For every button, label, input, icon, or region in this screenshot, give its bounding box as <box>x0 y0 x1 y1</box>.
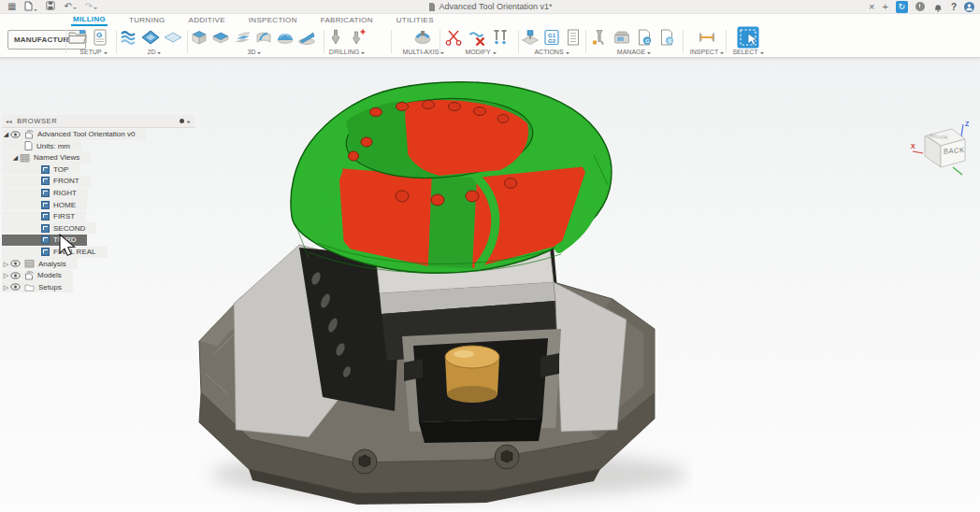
notifications-bell-icon[interactable] <box>932 1 944 13</box>
named-view-top[interactable]: TOP <box>2 164 79 175</box>
model-3d[interactable] <box>168 65 692 512</box>
collapse-panel-icon[interactable]: ◂◂ <box>6 118 12 124</box>
undo-button[interactable]: ↶ <box>64 2 76 11</box>
tab-fabrication[interactable]: FABRICATION <box>319 14 375 26</box>
axis-z-label: Z <box>965 121 970 127</box>
browser-item-named-views[interactable]: ◢ Named Views <box>2 152 91 164</box>
2d-adaptive-button[interactable] <box>118 27 138 48</box>
profile-avatar-icon[interactable] <box>964 2 974 12</box>
stock-part[interactable] <box>291 82 612 274</box>
expander-icon[interactable]: ▷ <box>2 272 10 278</box>
trim-button[interactable] <box>443 27 464 48</box>
job-status-icon[interactable] <box>915 2 925 11</box>
view-cube[interactable]: Z X BACK BOTTOM <box>910 117 977 178</box>
group-label-actions[interactable]: ACTIONS <box>520 49 584 55</box>
face-button[interactable] <box>163 27 183 48</box>
machine-library-icon <box>612 27 632 48</box>
morphed-spiral-button[interactable] <box>275 27 295 48</box>
named-view-final-real[interactable]: FINAL REAL <box>2 247 108 258</box>
sync-status-icon[interactable]: ↻ <box>896 1 908 13</box>
close-document-icon[interactable]: × <box>869 2 874 12</box>
browser-item-setups[interactable]: ▷ Setups <box>2 281 73 292</box>
expander-icon[interactable]: ▷ <box>2 284 10 291</box>
eye-icon[interactable] <box>10 131 21 138</box>
select-button[interactable] <box>736 25 760 50</box>
group-separator <box>116 30 117 53</box>
named-view-right[interactable]: RIGHT <box>2 188 88 199</box>
named-view-first[interactable]: FIRST <box>2 211 86 222</box>
3d-pocket-button[interactable] <box>210 27 231 48</box>
2d-pocket-button[interactable] <box>140 27 161 48</box>
viewport-canvas[interactable]: Z X BACK BOTTOM ◂◂ BROWSER ▸ ◢ <box>0 57 980 512</box>
group-separator <box>726 30 727 53</box>
setup-sheet-icon <box>563 27 584 48</box>
browser-header[interactable]: ◂◂ BROWSER ▸ <box>2 115 195 128</box>
named-view-second[interactable]: SECOND <box>2 222 96 234</box>
browser-item-analysis[interactable]: ▷ Analysis <box>2 258 78 269</box>
edit-passes-button[interactable] <box>490 27 511 48</box>
redo-button[interactable]: ↷ <box>85 2 97 11</box>
data-panel-grid-icon[interactable]: ▦ <box>7 2 16 11</box>
group-label-drilling[interactable]: DRILLING <box>325 49 368 55</box>
3d-ramp-icon <box>296 27 317 48</box>
save-button[interactable] <box>46 1 55 12</box>
view-cube-body[interactable]: BACK BOTTOM <box>925 129 965 167</box>
browser-item-units[interactable]: Units: mm <box>2 140 81 151</box>
multi-axis-button[interactable] <box>412 27 433 48</box>
3d-steep-shallow-button[interactable] <box>232 27 252 48</box>
save-icon <box>46 1 55 10</box>
nc-program-button[interactable]: G <box>90 27 110 48</box>
expander-icon[interactable]: ▷ <box>2 261 10 267</box>
eye-icon[interactable] <box>10 260 21 267</box>
group-select: SELECT <box>729 27 767 56</box>
named-view-home[interactable]: HOME <box>2 199 87 210</box>
group-label-modify[interactable]: MODIFY <box>443 49 518 55</box>
group-label-inspect[interactable]: INSPECT <box>686 49 728 55</box>
brass-screw[interactable] <box>445 346 499 403</box>
eye-icon[interactable] <box>10 283 21 291</box>
chevron-down-icon <box>493 52 497 56</box>
template-library-button[interactable]: S <box>656 27 677 48</box>
group-label-select[interactable]: SELECT <box>729 49 767 55</box>
browser-item-root[interactable]: ◢ Advanced Tool Orientation v0 <box>2 129 146 140</box>
machine-library-button[interactable] <box>612 27 632 48</box>
eye-icon[interactable] <box>10 272 21 279</box>
group-label-manage[interactable]: MANAGE <box>589 49 679 55</box>
expander-icon[interactable]: ◢ <box>11 154 20 161</box>
measure-button[interactable] <box>697 27 717 48</box>
expander-icon[interactable]: ◢ <box>2 131 10 137</box>
simulate-button[interactable] <box>520 27 540 48</box>
panel-more-icon[interactable]: ▸ <box>187 118 191 124</box>
help-icon[interactable]: ? <box>951 2 957 12</box>
named-view-icon <box>41 165 50 174</box>
tab-turning[interactable]: TURNING <box>127 14 167 26</box>
post-process-button[interactable]: G1G2 <box>541 27 562 48</box>
3d-swarf-button[interactable] <box>253 27 274 48</box>
file-menu-button[interactable] <box>24 1 37 13</box>
named-view-third-selected[interactable]: THIRD <box>2 235 87 246</box>
drill-secondary-button[interactable] <box>347 27 368 48</box>
tab-additive[interactable]: ADDITIVE <box>187 14 227 26</box>
3d-adaptive-button[interactable] <box>189 27 209 48</box>
tab-inspection[interactable]: INSPECTION <box>247 14 299 26</box>
post-library-button[interactable]: G <box>634 27 655 48</box>
setup-sheet-button[interactable] <box>563 27 584 48</box>
new-document-tab-icon[interactable]: + <box>882 2 887 12</box>
s-glyph: S <box>668 38 671 44</box>
browser-title: BROWSER <box>17 117 57 125</box>
group-label-setup[interactable]: SETUP <box>67 49 120 55</box>
3d-parallel-button[interactable] <box>296 27 317 48</box>
named-view-front[interactable]: FRONT <box>2 176 91 187</box>
drill-button[interactable] <box>325 27 346 48</box>
group-label-2d[interactable]: 2D <box>118 49 191 55</box>
group-label-3d[interactable]: 3D <box>189 49 320 55</box>
group-separator <box>518 30 519 53</box>
tab-utilities[interactable]: UTILITIES <box>395 14 436 26</box>
delete-passes-button[interactable] <box>467 27 487 48</box>
panel-dot-icon[interactable] <box>180 119 184 123</box>
new-setup-button[interactable] <box>67 27 88 48</box>
tool-library-button[interactable] <box>589 27 610 48</box>
browser-item-models[interactable]: ▷ Models <box>2 270 73 281</box>
tab-milling[interactable]: MILLING <box>71 13 108 26</box>
named-view-icon <box>41 248 50 256</box>
